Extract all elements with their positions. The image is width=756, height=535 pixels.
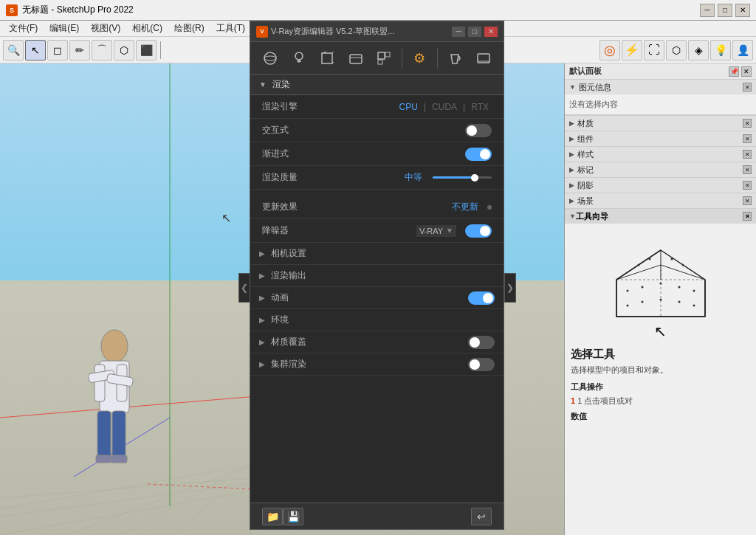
menu-view[interactable]: 视图(V) [85, 21, 126, 36]
components-tray-header[interactable]: ▶ 组件 ✕ [565, 131, 756, 146]
vray-environment-row[interactable]: ▶ 环境 [250, 309, 504, 331]
vray-cup-button[interactable] [444, 47, 466, 69]
menu-edit[interactable]: 编辑(E) [44, 21, 85, 36]
menu-draw[interactable]: 绘图(R) [168, 21, 210, 36]
panel-close-button[interactable]: ✕ [741, 66, 752, 77]
material-cover-toggle[interactable] [468, 336, 495, 349]
svg-rect-19 [111, 455, 127, 463]
svg-rect-35 [378, 60, 382, 64]
styles-close-button[interactable]: ✕ [743, 150, 752, 159]
vray-update-row: 更新效果 不更新 [250, 196, 504, 219]
pencil-button[interactable]: ✏ [69, 40, 90, 61]
svg-line-41 [661, 265, 705, 280]
app-title: 无标题 - SketchUp Pro 2022 [22, 4, 134, 16]
vray-sphere-button[interactable] [259, 47, 281, 69]
push-button[interactable]: ⬛ [136, 40, 157, 61]
zoom-extents-button[interactable]: 🔍 [3, 40, 24, 61]
panel-pin-button[interactable]: 📌 [729, 66, 739, 77]
vray-cluster-render-row[interactable]: ▶ 集群渲染 [250, 353, 504, 376]
arc-button[interactable]: ⌒ [92, 40, 112, 61]
menu-file[interactable]: 文件(F) [3, 21, 44, 36]
vray-stop-button[interactable]: ⛶ [644, 40, 664, 61]
engine-cuda-option[interactable]: CUDA [429, 100, 460, 114]
vray-close-button[interactable]: ✕ [484, 27, 498, 37]
minimize-button[interactable]: ─ [700, 4, 715, 17]
progressive-toggle[interactable] [465, 148, 492, 161]
entity-info-header[interactable]: ▼ 图元信息 ✕ [565, 80, 756, 94]
shadows-close-button[interactable]: ✕ [743, 181, 752, 190]
vray-render-section-header[interactable]: ▼ 渲染 [250, 75, 504, 95]
menu-tools[interactable]: 工具(T) [210, 21, 251, 36]
denoiser-toggle[interactable] [465, 224, 492, 238]
materials-close-button[interactable]: ✕ [743, 119, 752, 128]
engine-cpu-option[interactable]: CPU [396, 100, 421, 114]
vray-restore-button[interactable]: □ [468, 27, 481, 37]
svg-point-55 [659, 283, 662, 285]
engine-selector[interactable]: CPU | CUDA | RTX [396, 100, 492, 114]
vray-animation-row[interactable]: ▶ 动画 [250, 287, 504, 309]
quality-slider-track[interactable] [433, 176, 492, 179]
vray-texture-button[interactable] [345, 47, 367, 69]
vray-undo-button[interactable]: ↩ [471, 508, 492, 525]
quality-slider-fill [433, 176, 474, 179]
vray-settings-button[interactable]: ⚙ [408, 47, 430, 69]
scenes-close-button[interactable]: ✕ [743, 196, 752, 205]
vray-batch-button[interactable]: ⬡ [666, 40, 687, 61]
svg-point-49 [637, 264, 639, 266]
vray-content[interactable]: ▼ 渲染 渲染引擎 CPU | CUDA | RTX 交互式 [250, 75, 504, 503]
vray-render-elements-button[interactable] [373, 47, 395, 69]
close-button[interactable]: ✕ [735, 4, 750, 17]
quality-slider-thumb[interactable] [471, 174, 478, 182]
tags-close-button[interactable]: ✕ [743, 165, 752, 174]
vray-minimize-button[interactable]: ─ [452, 27, 465, 37]
cluster-render-toggle[interactable] [468, 358, 495, 371]
styles-tray-header[interactable]: ▶ 样式 ✕ [565, 147, 756, 162]
components-close-button[interactable]: ✕ [743, 134, 752, 143]
animation-toggle[interactable] [468, 291, 495, 305]
vray-scroll-right-button[interactable]: ❯ [504, 273, 516, 303]
denoiser-select[interactable]: V-RAY ▼ [416, 225, 456, 237]
tool-guide-header[interactable]: ▼ 工具向导 ✕ [565, 209, 756, 224]
denoiser-control[interactable]: V-RAY ▼ [416, 224, 492, 238]
vray-camera-row[interactable]: ▶ 相机设置 [250, 243, 504, 265]
window-controls[interactable]: ─ □ ✕ [700, 4, 750, 17]
update-control[interactable]: 不更新 [452, 201, 492, 213]
svg-point-60 [659, 299, 662, 301]
vray-render-view-button[interactable] [472, 47, 495, 69]
tags-label: 标记 [577, 165, 594, 176]
vray-user-button[interactable]: 👤 [732, 40, 753, 61]
vray-scroll-left-button[interactable]: ❮ [238, 273, 250, 303]
animation-arrow-icon: ▶ [259, 294, 265, 302]
vray-object-button[interactable] [316, 47, 338, 69]
menu-camera[interactable]: 相机(C) [126, 21, 168, 36]
scenes-tray-header[interactable]: ▶ 场景 ✕ [565, 193, 756, 208]
materials-tray-header[interactable]: ▶ 材质 ✕ [565, 116, 756, 131]
vray-assets-button[interactable]: ◈ [688, 40, 709, 61]
render-output-label: 渲染输出 [271, 269, 495, 282]
vray-material-cover-row[interactable]: ▶ 材质覆盖 [250, 331, 504, 353]
vray-lights-button[interactable]: 💡 [710, 40, 731, 61]
vray-render-output-row[interactable]: ▶ 渲染输出 [250, 265, 504, 287]
vray-ipr-button[interactable]: ⚡ [622, 40, 642, 61]
vray-light-button[interactable] [288, 47, 310, 69]
engine-divider-2: | [463, 102, 465, 112]
tags-tray-header[interactable]: ▶ 标记 ✕ [565, 162, 756, 177]
quality-control[interactable]: 中等 [405, 171, 492, 184]
shadows-tray-header[interactable]: ▶ 阴影 ✕ [565, 178, 756, 193]
eraser-button[interactable]: ◻ [47, 40, 68, 61]
render-section-label: 渲染 [272, 78, 290, 91]
tool-guide-close-button[interactable]: ✕ [743, 212, 752, 221]
vray-render-button[interactable]: ◎ [599, 40, 620, 61]
interactive-toggle[interactable] [465, 124, 492, 137]
vray-window-controls[interactable]: ─ □ ✕ [452, 27, 498, 37]
vray-save-button[interactable]: 💾 [283, 508, 303, 525]
svg-point-50 [648, 258, 650, 260]
restore-button[interactable]: □ [718, 4, 732, 17]
engine-rtx-option[interactable]: RTX [468, 100, 492, 114]
entity-info-close-button[interactable]: ✕ [743, 83, 752, 92]
scenes-label: 场景 [577, 196, 594, 207]
tool-ops-title: 工具操作 [571, 382, 750, 393]
shape-button[interactable]: ⬡ [114, 40, 134, 61]
select-button[interactable]: ↖ [25, 40, 46, 61]
vray-folder-button[interactable]: 📁 [262, 508, 283, 525]
